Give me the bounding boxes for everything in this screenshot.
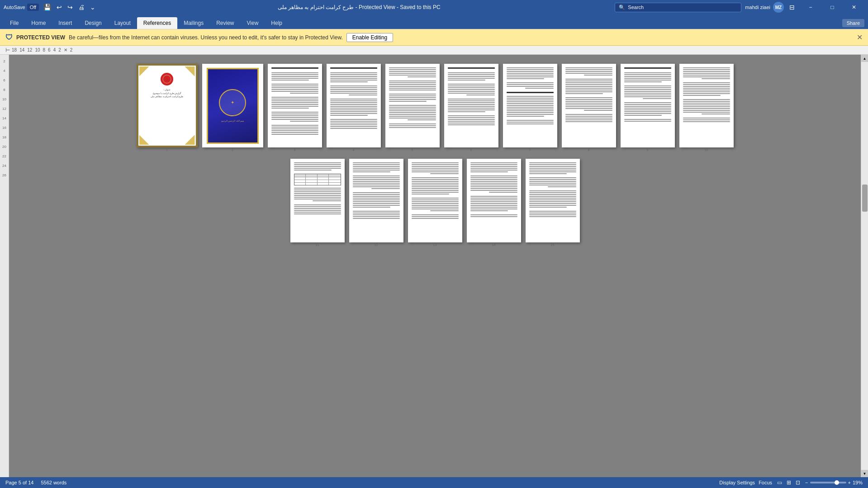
tab-help[interactable]: Help bbox=[265, 17, 289, 29]
zoom-control: − + 19% bbox=[805, 480, 863, 485]
list-item[interactable]: 5 bbox=[385, 64, 440, 152]
quick-access-toolbar: 💾 ↩ ↪ 🖨 ⌄ bbox=[42, 3, 97, 12]
save-button[interactable]: 💾 bbox=[42, 3, 53, 12]
list-item[interactable]: 14 bbox=[467, 159, 521, 246]
ribbon: File Home Insert Design Layout Reference… bbox=[0, 14, 868, 29]
list-item[interactable]: 13 bbox=[408, 159, 462, 246]
page-number-label: 14 bbox=[467, 243, 521, 246]
pages-row-2: 11 bbox=[290, 159, 580, 246]
close-button[interactable]: ✕ bbox=[844, 0, 864, 14]
close-protected-view-button[interactable]: ✕ bbox=[857, 33, 863, 42]
ruler-mark: 16 bbox=[2, 126, 6, 130]
read-mode-button[interactable]: ⊡ bbox=[794, 479, 802, 486]
ruler-num: 14 bbox=[19, 47, 24, 52]
tab-file[interactable]: File bbox=[4, 17, 25, 29]
zoom-slider[interactable] bbox=[810, 482, 846, 483]
user-info: mahdi ziaei MZ bbox=[745, 2, 784, 13]
page-number-label: 13 bbox=[408, 243, 462, 246]
ruler-mark: 24 bbox=[2, 164, 6, 168]
ruler-mark: 26 bbox=[2, 173, 6, 177]
autosave-section: AutoSave Off bbox=[4, 4, 39, 11]
display-settings-button[interactable]: Display Settings bbox=[719, 480, 755, 485]
web-layout-view-button[interactable]: ⊞ bbox=[785, 479, 792, 486]
user-avatar[interactable]: MZ bbox=[773, 2, 784, 13]
ruler-mark: 6 bbox=[3, 78, 5, 82]
page-number-label: 10 bbox=[679, 148, 734, 152]
ruler-mark: 12 bbox=[2, 107, 6, 111]
page-number-label: 2 bbox=[202, 148, 263, 152]
ruler-num: 4 bbox=[53, 47, 56, 52]
ribbon-tabs: File Home Insert Design Layout Reference… bbox=[0, 14, 868, 29]
focus-button[interactable]: Focus bbox=[759, 480, 772, 485]
list-item[interactable]: 11 bbox=[290, 159, 345, 246]
list-item[interactable]: 3 bbox=[268, 64, 322, 152]
print-layout-view-button[interactable]: ▭ bbox=[776, 479, 783, 486]
view-icons: ▭ ⊞ ⊡ bbox=[776, 479, 802, 486]
autosave-state[interactable]: Off bbox=[27, 4, 39, 11]
shield-icon: 🛡 bbox=[5, 33, 13, 42]
list-item[interactable]: 7 bbox=[503, 64, 557, 152]
ribbon-display-button[interactable]: ⊟ bbox=[787, 3, 797, 12]
ruler-toggle-icon[interactable]: ⊢ bbox=[5, 47, 10, 53]
print-preview-button[interactable]: 🖨 bbox=[76, 3, 86, 12]
page-number-label: 7 bbox=[503, 148, 557, 152]
ruler-numbers: 18 14 12 10 8 6 4 2 ✕ 2 bbox=[12, 47, 72, 52]
ruler-mark: 4 bbox=[3, 69, 5, 73]
page-number-label: 9 bbox=[621, 148, 675, 152]
window-controls: − □ ✕ bbox=[800, 0, 864, 14]
minimize-button[interactable]: − bbox=[800, 0, 821, 14]
tab-view[interactable]: View bbox=[241, 17, 265, 29]
scroll-thumb[interactable] bbox=[862, 185, 868, 212]
list-item[interactable]: عنوان : گزارش طرح کرامت با موضوع طرح کرا… bbox=[137, 64, 198, 152]
enable-editing-button[interactable]: Enable Editing bbox=[346, 33, 393, 42]
protected-view-message: Be careful—files from the Internet can c… bbox=[69, 34, 343, 41]
undo-button[interactable]: ↩ bbox=[55, 3, 64, 12]
zoom-in-button[interactable]: + bbox=[848, 480, 851, 485]
redo-button[interactable]: ↪ bbox=[66, 3, 75, 12]
pages-row-1: عنوان : گزارش طرح کرامت با موضوع طرح کرا… bbox=[137, 64, 734, 152]
list-item[interactable]: 10 bbox=[679, 64, 734, 152]
document-area[interactable]: عنوان : گزارش طرح کرامت با موضوع طرح کرا… bbox=[9, 55, 861, 477]
page-number-label: 3 bbox=[268, 148, 322, 152]
search-box[interactable]: 🔍 Search bbox=[615, 3, 741, 12]
protected-view-bar: 🛡 PROTECTED VIEW Be careful—files from t… bbox=[0, 29, 868, 46]
ruler-num: 8 bbox=[43, 47, 46, 52]
ruler-area: ⊢ 18 14 12 10 8 6 4 2 ✕ 2 bbox=[0, 46, 868, 55]
scroll-down-button[interactable]: ▼ bbox=[861, 470, 868, 477]
more-options-button[interactable]: ⌄ bbox=[88, 3, 97, 12]
share-button[interactable]: Share bbox=[842, 19, 864, 27]
title-bar-right: 🔍 Search mahdi ziaei MZ ⊟ − □ ✕ bbox=[615, 0, 864, 14]
vertical-scrollbar[interactable]: ▲ ▼ bbox=[861, 55, 868, 477]
page-number-label: 6 bbox=[444, 148, 498, 152]
tab-design[interactable]: Design bbox=[78, 17, 108, 29]
list-item[interactable]: 4 bbox=[327, 64, 381, 152]
ruler-mark: 2 bbox=[3, 59, 5, 63]
tab-review[interactable]: Review bbox=[210, 17, 240, 29]
ruler-num: 2 bbox=[70, 47, 73, 52]
list-item[interactable]: ✦ بسم الله الرحمن الرحیم 2 bbox=[202, 64, 263, 152]
page-number-label: 1 bbox=[137, 148, 198, 152]
scroll-up-button[interactable]: ▲ bbox=[861, 55, 868, 62]
title-bar-left: AutoSave Off 💾 ↩ ↪ 🖨 ⌄ bbox=[4, 3, 103, 12]
list-item[interactable]: 15 bbox=[526, 159, 580, 246]
left-ruler: 2 4 6 8 10 12 14 16 18 20 22 24 26 bbox=[0, 55, 9, 477]
page-info: Page 5 of 14 bbox=[5, 480, 33, 485]
tab-references[interactable]: References bbox=[137, 17, 177, 29]
tab-mailings[interactable]: Mailings bbox=[177, 17, 210, 29]
list-item[interactable]: 9 bbox=[621, 64, 675, 152]
tab-layout[interactable]: Layout bbox=[108, 17, 137, 29]
list-item[interactable]: 6 bbox=[444, 64, 498, 152]
page-number-label: 11 bbox=[290, 243, 345, 246]
scroll-track[interactable] bbox=[861, 62, 868, 470]
tab-insert[interactable]: Insert bbox=[52, 17, 78, 29]
ruler-mark: 20 bbox=[2, 145, 6, 149]
ruler-num: 18 bbox=[12, 47, 17, 52]
zoom-out-button[interactable]: − bbox=[805, 480, 808, 485]
ruler-num: 12 bbox=[27, 47, 32, 52]
title-bar: AutoSave Off 💾 ↩ ↪ 🖨 ⌄ طرح کرامت احترام … bbox=[0, 0, 868, 14]
tab-home[interactable]: Home bbox=[25, 17, 52, 29]
maximize-button[interactable]: □ bbox=[822, 0, 843, 14]
search-icon: 🔍 bbox=[619, 5, 625, 10]
list-item[interactable]: 8 bbox=[562, 64, 616, 152]
list-item[interactable]: 12 bbox=[349, 159, 403, 246]
